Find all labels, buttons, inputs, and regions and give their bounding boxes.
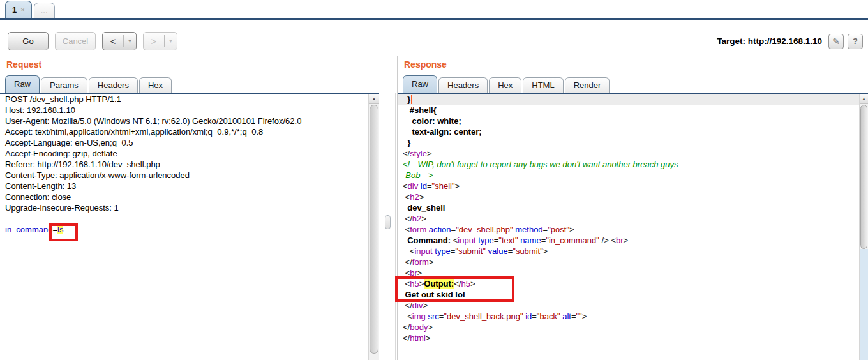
code-segment: src bbox=[428, 311, 438, 321]
code-segment: </ bbox=[403, 149, 410, 158]
code-segment: br bbox=[616, 236, 624, 245]
code-line: <input type="submit" value="submit"> bbox=[398, 246, 859, 257]
code-line: Accept: text/html,application/xhtml+xml,… bbox=[0, 126, 368, 137]
annotation-box-request-payload bbox=[49, 223, 78, 241]
code-line: <form action="dev_shell.php" method="pos… bbox=[398, 224, 859, 235]
code-segment: "back" bbox=[537, 311, 560, 321]
code-segment: dev_shell bbox=[403, 203, 445, 213]
code-line: #shell{ bbox=[398, 105, 859, 116]
close-icon[interactable]: × bbox=[20, 6, 24, 13]
scroll-up-icon[interactable]: ▲ bbox=[369, 94, 379, 104]
code-line: </body> bbox=[398, 322, 859, 333]
code-segment: type bbox=[478, 236, 494, 245]
help-button[interactable]: ? bbox=[848, 34, 863, 49]
code-segment: color: white; bbox=[403, 116, 461, 126]
divider-line bbox=[395, 93, 396, 360]
repeater-tab-new-label: ... bbox=[41, 6, 48, 15]
tab-hex[interactable]: Hex bbox=[489, 77, 521, 93]
response-editor[interactable]: } #shell{ color: white; text-align: cent… bbox=[398, 94, 859, 360]
code-line: Command: <input type="text" name="in_com… bbox=[398, 235, 859, 246]
code-segment: text-align: center; bbox=[403, 127, 482, 137]
code-segment: </ bbox=[403, 333, 410, 343]
code-line: <img src="dev_shell_back.png" id="back" … bbox=[398, 311, 859, 322]
code-line: text-align: center; bbox=[398, 126, 859, 137]
code-segment: Content-Length: 13 bbox=[5, 181, 76, 191]
forward-arrow-icon[interactable]: > bbox=[144, 36, 164, 47]
code-segment: type bbox=[435, 246, 451, 256]
request-scrollbar[interactable]: ▲ bbox=[368, 94, 379, 360]
code-segment: form bbox=[412, 257, 429, 267]
divider-grip-icon[interactable] bbox=[385, 215, 391, 229]
go-button[interactable]: Go bbox=[8, 32, 49, 50]
edit-target-button[interactable]: ✎ bbox=[828, 34, 844, 49]
tab-params[interactable]: Params bbox=[41, 77, 87, 93]
code-line: Content-Length: 13 bbox=[0, 181, 368, 191]
tab-html[interactable]: HTML bbox=[523, 77, 563, 93]
panel-divider[interactable] bbox=[379, 56, 397, 360]
code-line: Upgrade-Insecure-Requests: 1 bbox=[0, 202, 368, 213]
text-cursor bbox=[411, 95, 412, 104]
tab-hex[interactable]: Hex bbox=[139, 77, 172, 93]
code-segment: in_command bbox=[5, 225, 52, 234]
code-segment: "" bbox=[576, 311, 582, 321]
code-segment: > bbox=[426, 333, 431, 343]
code-segment: img bbox=[412, 311, 426, 321]
code-line: User-Agent: Mozilla/5.0 (Windows NT 6.1;… bbox=[0, 116, 368, 126]
code-line: -Bob --> bbox=[398, 170, 859, 181]
code-segment: User-Agent: Mozilla/5.0 (Windows NT 6.1;… bbox=[5, 116, 301, 126]
response-scrollbar-track[interactable] bbox=[860, 249, 868, 360]
response-scrollbar-thumb[interactable] bbox=[860, 105, 867, 249]
code-segment: > bbox=[429, 257, 434, 267]
code-segment: "submit" bbox=[455, 246, 486, 256]
code-line: Accept-Language: en-US,en;q=0.5 bbox=[0, 137, 368, 148]
code-segment: > bbox=[624, 236, 629, 245]
code-segment: </ bbox=[403, 257, 412, 267]
response-scrollbar[interactable]: ▲ bbox=[859, 94, 868, 360]
code-segment: = bbox=[532, 311, 537, 321]
tab-render[interactable]: Render bbox=[565, 77, 610, 93]
code-segment: Accept-Encoding: gzip, deflate bbox=[5, 149, 117, 158]
repeater-tab-new[interactable]: ... bbox=[34, 3, 55, 18]
code-segment: input bbox=[414, 246, 432, 256]
tab-headers[interactable]: Headers bbox=[438, 77, 488, 93]
code-segment: < bbox=[403, 246, 414, 256]
tab-raw[interactable]: Raw bbox=[403, 75, 437, 93]
code-segment: </ bbox=[403, 301, 412, 310]
code-segment: "dev_shell_back.png" bbox=[444, 311, 523, 321]
target-url: http://192.168.1.10 bbox=[748, 36, 822, 46]
code-segment: = bbox=[427, 181, 432, 191]
back-arrow-icon[interactable]: < bbox=[103, 36, 123, 47]
code-segment: } bbox=[403, 138, 410, 147]
cancel-button[interactable]: Cancel bbox=[55, 32, 96, 50]
code-segment: style bbox=[410, 149, 427, 158]
forward-dropdown-icon[interactable]: ▼ bbox=[165, 38, 177, 44]
code-line: Referer: http://192.168.1.10/dev_shell.p… bbox=[0, 159, 368, 170]
response-tab-strip: RawHeadersHexHTMLRender bbox=[403, 75, 868, 93]
code-segment: < bbox=[403, 192, 410, 202]
forward-button[interactable]: > ▼ bbox=[143, 32, 177, 50]
code-segment: action bbox=[429, 225, 451, 234]
tab-headers[interactable]: Headers bbox=[89, 77, 138, 93]
back-dropdown-icon[interactable]: ▼ bbox=[124, 38, 136, 44]
code-line: </form> bbox=[398, 257, 859, 267]
code-segment: > bbox=[455, 181, 460, 191]
code-segment: name bbox=[520, 236, 541, 245]
repeater-tab-1[interactable]: 1 × bbox=[5, 1, 32, 18]
scroll-up-icon[interactable]: ▲ bbox=[860, 94, 868, 104]
code-segment: < bbox=[403, 311, 412, 321]
code-segment: body bbox=[410, 322, 428, 332]
request-scrollbar-thumb[interactable] bbox=[370, 105, 378, 354]
code-segment: "text" bbox=[498, 236, 518, 245]
code-segment: id bbox=[525, 311, 532, 321]
request-tab-strip: RawParamsHeadersHex bbox=[5, 75, 379, 93]
code-segment: Accept-Language: en-US,en;q=0.5 bbox=[5, 138, 133, 147]
code-line: dev_shell bbox=[398, 202, 859, 213]
code-segment: value bbox=[488, 246, 508, 256]
request-panel: Request RawParamsHeadersHex POST /dev_sh… bbox=[0, 56, 379, 360]
code-line: <div id="shell"> bbox=[398, 181, 859, 191]
code-segment: Accept: text/html,application/xhtml+xml,… bbox=[5, 127, 263, 137]
code-line: <!-- WIP, don't forget to report any bug… bbox=[398, 159, 859, 170]
response-title: Response bbox=[404, 59, 447, 70]
tab-raw[interactable]: Raw bbox=[5, 75, 40, 93]
back-button[interactable]: < ▼ bbox=[102, 32, 137, 50]
